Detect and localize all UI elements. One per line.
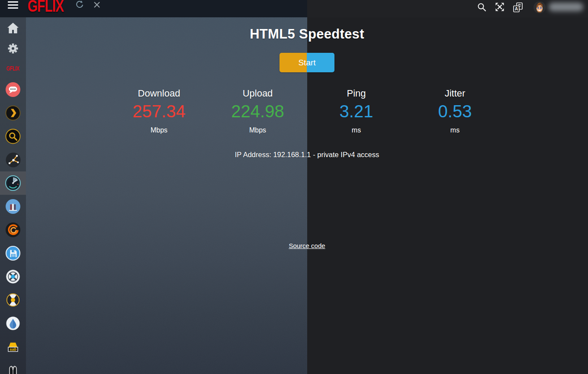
- search-button[interactable]: [476, 1, 487, 13]
- refresh-icon: [74, 0, 84, 10]
- books-icon: [5, 199, 21, 214]
- metric-value: 3.21: [307, 102, 406, 121]
- fullscreen-icon: [495, 2, 505, 12]
- sidebar-item-settings[interactable]: [0, 38, 26, 59]
- sidebar-item-gold-target-app[interactable]: [0, 288, 26, 312]
- sab-icon: sab: [5, 339, 21, 355]
- network-graph-icon: [5, 152, 21, 168]
- sidebar-item-plex[interactable]: [0, 101, 26, 125]
- sidebar-item-books-app[interactable]: [0, 195, 26, 218]
- sidebar-item-speedtest[interactable]: [0, 171, 26, 195]
- svg-text:A: A: [515, 6, 518, 11]
- metric-jitter: Jitter 0.53 ms: [406, 88, 504, 134]
- grafana-spiral-icon: [5, 222, 21, 238]
- gear-icon: [6, 41, 20, 56]
- metric-value: 257.34: [110, 102, 209, 121]
- close-icon: [93, 1, 100, 8]
- topbar: GFLIX A: [0, 0, 588, 17]
- speedtest-panel: HTML5 Speedtest Start Download 257.34 Mb…: [26, 17, 588, 374]
- sidebar-item-backup-app[interactable]: [0, 242, 26, 265]
- metric-label: Upload: [209, 88, 307, 99]
- metrics-row: Download 257.34 Mbps Upload 224.98 Mbps …: [110, 88, 504, 134]
- start-button[interactable]: Start: [280, 53, 334, 72]
- jacket-icon: [5, 364, 21, 374]
- sidebar-item-home[interactable]: [0, 17, 26, 38]
- plex-chevron-icon: [5, 105, 21, 121]
- metric-ping: Ping 3.21 ms: [307, 88, 406, 134]
- avatar: [533, 1, 546, 13]
- sidebar-item-gflix[interactable]: GFLIX: [0, 59, 26, 78]
- translate-button[interactable]: A: [512, 2, 524, 13]
- page-title: HTML5 Speedtest: [250, 26, 364, 42]
- gold-magnifier-icon: [5, 129, 21, 144]
- metric-unit: Mbps: [209, 126, 307, 134]
- metric-label: Jitter: [406, 88, 504, 99]
- source-code-link[interactable]: Source code: [289, 242, 325, 249]
- water-drop-icon: [5, 316, 21, 331]
- metric-value: 224.98: [209, 102, 307, 121]
- sidebar-item-water-drop-app[interactable]: [0, 312, 26, 335]
- speedometer-icon: [5, 175, 21, 191]
- metric-upload: Upload 224.98 Mbps: [209, 88, 307, 134]
- metric-value: 0.53: [406, 102, 504, 121]
- close-tab-button[interactable]: [91, 0, 103, 10]
- sidebar-item-graph-app[interactable]: [0, 148, 26, 171]
- translate-icon: A: [512, 2, 524, 13]
- metric-label: Download: [110, 88, 209, 99]
- home-icon: [6, 22, 19, 34]
- metric-unit: Mbps: [110, 126, 209, 134]
- metric-label: Ping: [307, 88, 406, 99]
- fullscreen-button[interactable]: [494, 1, 505, 13]
- sidebar-item-search-app[interactable]: [0, 125, 26, 148]
- refresh-button[interactable]: [74, 0, 85, 10]
- sidebar-item-jackett[interactable]: [0, 358, 26, 374]
- sidebar-item-grafana[interactable]: [0, 218, 26, 242]
- floppy-disk-icon: [5, 245, 21, 261]
- user-avatar[interactable]: [533, 1, 546, 13]
- chat-bubble-icon: [5, 82, 21, 97]
- sidebar-item-chat[interactable]: [0, 78, 26, 101]
- gflix-brand-label: GFLIX: [6, 65, 19, 72]
- sidebar-item-blue-target-app[interactable]: [0, 265, 26, 288]
- username-blurred[interactable]: [549, 3, 583, 11]
- metric-unit: ms: [307, 126, 406, 134]
- brand-logo[interactable]: GFLIX: [28, 0, 64, 16]
- blue-target-icon: [5, 269, 21, 284]
- metric-unit: ms: [406, 126, 504, 134]
- sidebar: GFLIX: [0, 17, 26, 374]
- sidebar-item-sabnzbd[interactable]: sab: [0, 335, 26, 358]
- metric-download: Download 257.34 Mbps: [110, 88, 209, 134]
- gold-target-icon: [5, 292, 21, 308]
- ip-address-line: IP Address: 192.168.1.1 - private IPv4 a…: [235, 151, 379, 159]
- search-icon: [477, 2, 487, 12]
- hamburger-menu-icon[interactable]: [8, 1, 18, 9]
- svg-text:sab: sab: [10, 347, 16, 351]
